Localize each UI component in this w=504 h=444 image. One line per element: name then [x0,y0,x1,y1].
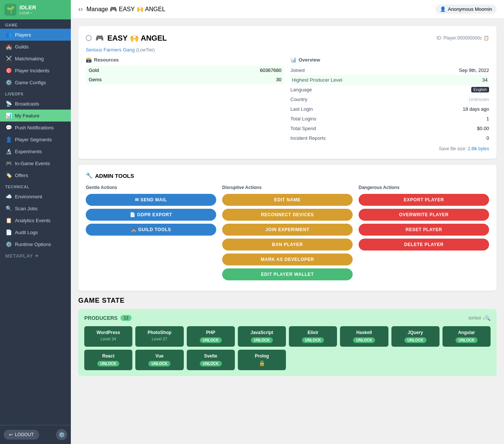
save-file-link[interactable]: 2.8lk bytes [468,146,489,151]
mark-as-developer-button[interactable]: MARK AS DEVELOPER [222,254,353,265]
my-feature-icon: 📊 [5,113,12,119]
guild-tools-button[interactable]: 🏰 GUILD TOOLS [86,224,216,236]
wrench-icon: 🔧 [86,172,93,179]
sidebar-item-scan-jobs[interactable]: 🔍 Scan Jobs [0,202,71,214]
overview-language: Language English [290,85,489,95]
unlock-badge[interactable]: UNLOCK [251,337,273,343]
sidebar-item-audit-logs[interactable]: 📄 Audit Logs [0,226,71,238]
sidebar-item-analytics-events[interactable]: 📋 Analytics Events [0,214,71,226]
logout-icon: ↩ [9,432,13,437]
player-info-grid: 🗃️ Resources Gold 60367680 Gems 30 [86,57,489,143]
producer-card: PhotoShopLevel 27 [135,326,183,347]
producer-card: HaskellUNLOCK [340,326,388,347]
user-name: Anonymous Moomin [448,6,492,12]
sidebar-item-player-segments[interactable]: 👤 Player Segments [0,133,71,145]
user-badge[interactable]: 👤 Anonymous Moomin [435,4,497,14]
join-experiment-button[interactable]: JOIN EXPERIMENT [222,224,353,236]
metaplay-logo: METAPLAY ✦ [0,250,71,260]
logo-icon: 🌱 [4,4,16,16]
producer-card: JavaScriptUNLOCK [238,326,286,347]
guild-link[interactable]: Serious Farmers Gang [86,47,135,53]
producer-name: Prolog [241,353,283,359]
gems-value: 30 [276,77,281,82]
search-icon[interactable]: ›🔍 [483,315,491,321]
sidebar-item-matchmaking[interactable]: ⚔️ Matchmaking [0,53,71,64]
analytics-icon: 📋 [5,217,12,223]
unlock-badge[interactable]: UNLOCK [97,361,119,366]
send-mail-button[interactable]: ✉ SEND MAIL [86,194,216,206]
sidebar-item-in-game-events[interactable]: 🎮 In-Game Events [0,157,71,169]
sorted-label[interactable]: sorted [468,315,481,321]
sidebar-item-players[interactable]: 👥 Players [0,29,71,41]
producer-name: Elixir [292,330,334,335]
producer-card: SvelteUNLOCK [187,350,235,370]
sidebar-item-broadcasts[interactable]: 📡 Broadcasts [0,98,71,110]
player-name: EASY 🙌 ANGEL [107,34,167,42]
overview-total-logins: Total Logins 1 [290,114,489,124]
header-left: ‹› Manage 🎮 EASY 🙌 ANGEL [78,5,165,13]
sidebar-logo[interactable]: 🌱 IDLER Local › [0,0,71,19]
sidebar-item-push-notifications[interactable]: 💬 Push Notifications [0,122,71,133]
player-id: ID: Player:000000000c 📋 [437,35,489,41]
sidebar-item-experiments[interactable]: 🔬 Experiments [0,145,71,157]
sidebar-item-offers[interactable]: 🏷️ Offers [0,169,71,181]
overwrite-player-button[interactable]: OVERWRITE PLAYER [359,209,489,221]
overview-icon: 📊 [290,57,296,63]
unlock-badge[interactable]: UNLOCK [200,337,222,343]
unlock-badge[interactable]: UNLOCK [200,361,222,366]
export-player-button[interactable]: EXPORT PLAYER [359,194,489,206]
runtime-icon: ⚙️ [5,241,12,247]
producer-level: Level 27 [138,337,180,341]
header-right: 👤 Anonymous Moomin [435,4,497,14]
sidebar-item-my-feature[interactable]: 📊 My Feature [0,110,71,122]
edit-player-wallet-button[interactable]: EDIT PLAYER WALLET [222,268,353,280]
admin-tools-grid: Gentle Actions ✉ SEND MAIL 📄 GDPR EXPORT… [86,185,489,283]
main-content: ‹› Manage 🎮 EASY 🙌 ANGEL 👤 Anonymous Moo… [71,0,504,444]
gold-value: 60367680 [260,67,281,73]
unlock-badge[interactable]: UNLOCK [404,337,426,343]
producer-name: Haskell [343,330,385,335]
settings-button[interactable]: ⚙️ [56,429,67,440]
game-state-section: GAME STATE PRODUCERS 12 sorted ›🔍 WordPr… [78,297,497,376]
resources-section: 🗃️ Resources Gold 60367680 Gems 30 [86,57,284,143]
sidebar-item-runtime-options[interactable]: ⚙️ Runtime Options [0,238,71,250]
logo-name: IDLER [19,4,36,11]
producers-section: PRODUCERS 12 sorted ›🔍 WordPressLevel 34… [78,309,497,376]
reconnect-devices-button[interactable]: RECONNECT DEVICES [222,209,353,221]
copy-id-icon[interactable]: 📋 [483,35,489,41]
unlock-badge[interactable]: UNLOCK [353,337,375,343]
unlock-badge[interactable]: UNLOCK [456,337,478,343]
edit-name-button[interactable]: EDIT NAME [222,194,353,206]
reset-player-button[interactable]: RESET PLAYER [359,224,489,236]
overview-producer-level: Highest Producer Level 34 [290,75,489,85]
scan-jobs-icon: 🔍 [5,205,12,211]
lock-icon: 🔒 [241,360,283,366]
sidebar-item-player-incidents[interactable]: 🎯 Player Incidents [0,64,71,76]
producer-name: Angular [445,330,488,335]
logo-sub: Local › [19,10,36,15]
overview-title: 📊 Overview [290,57,489,63]
sidebar-item-guilds[interactable]: 🏰 Guilds [0,41,71,53]
unlock-badge[interactable]: UNLOCK [148,361,170,366]
producer-card: AngularUNLOCK [442,326,491,347]
unlock-badge[interactable]: UNLOCK [302,337,324,343]
resources-icon: 🗃️ [86,57,92,63]
gold-label: Gold [89,67,99,73]
sidebar: 🌱 IDLER Local › GAME 👥 Players 🏰 Guilds … [0,0,71,444]
logout-button[interactable]: ↩ LOGOUT [4,430,39,440]
producer-name: Svelte [190,353,232,359]
configs-icon: ⚙️ [5,79,12,85]
resources-title: 🗃️ Resources [86,57,284,63]
sidebar-item-environment[interactable]: ☁️ Environment [0,190,71,202]
ban-player-button[interactable]: BAN PLAYER [222,239,353,251]
gentle-actions: Gentle Actions ✉ SEND MAIL 📄 GDPR EXPORT… [86,185,216,283]
sidebar-item-game-configs[interactable]: ⚙️ Game Configs [0,76,71,88]
user-icon: 👤 [440,6,446,12]
admin-tools: 🔧 ADMIN TOOLS Gentle Actions ✉ SEND MAIL… [78,165,497,291]
delete-player-button[interactable]: DELETE PLAYER [359,239,489,251]
disruptive-label: Disruptive Actions [222,185,353,190]
back-button[interactable]: ‹› [78,5,83,13]
overview-incident-reports: Incident Reports 0 [290,133,489,143]
producers-header: PRODUCERS 12 sorted ›🔍 [84,315,491,321]
gdpr-export-button[interactable]: 📄 GDPR EXPORT [86,209,216,221]
